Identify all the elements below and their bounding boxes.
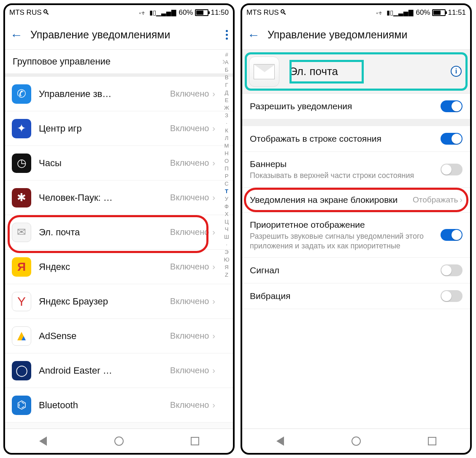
index-letter[interactable]: Ж [224, 105, 229, 111]
toggle-vibration[interactable] [441, 290, 462, 302]
group-label: Групповое управление [13, 56, 111, 67]
app-label: Эл. почта [39, 227, 170, 238]
app-row-clock[interactable]: ◷ЧасыВключено› [5, 146, 233, 181]
back-button[interactable]: ← [247, 28, 260, 42]
row-statusbar[interactable]: Отображать в строке состояния [242, 119, 470, 152]
battery-icon [195, 9, 208, 16]
app-row-ya[interactable]: ЯЯндексВключено› [5, 250, 233, 284]
index-letter[interactable]: Л [225, 135, 229, 141]
index-letter[interactable]: Б [225, 67, 229, 73]
index-letter[interactable]: Д [225, 89, 229, 96]
index-letter[interactable]: П [224, 165, 228, 172]
app-label: Яндекс Браузер [39, 296, 170, 307]
chevron-right-icon: › [212, 366, 215, 375]
index-letter[interactable]: Э [224, 249, 228, 255]
row-signal[interactable]: Сигнал [242, 258, 470, 283]
app-status: Включено [170, 366, 209, 375]
nav-recents-button[interactable] [426, 435, 438, 447]
search-icon: 🔍︎ [280, 8, 287, 17]
index-letter[interactable]: К [225, 127, 228, 134]
index-letter[interactable]: Н [224, 150, 228, 156]
overflow-menu-button[interactable] [226, 30, 228, 40]
index-letter[interactable]: Е [225, 97, 229, 103]
app-row-ad[interactable]: AdSenseВключено› [5, 319, 233, 353]
app-row-ae[interactable]: ◯Android Easter …Включено› [5, 353, 233, 388]
nav-recents-button[interactable] [189, 435, 201, 447]
chevron-right-icon: › [212, 193, 215, 202]
signal-icon: ▮▯▁▃▅▇ [149, 9, 176, 16]
row-allow-notifications[interactable]: Разрешить уведомления [242, 94, 470, 119]
index-letter[interactable]: Х [225, 211, 229, 217]
app-label: AdSense [39, 331, 170, 342]
row-label: Сигнал [250, 265, 435, 276]
scroll-area[interactable]: Эл. почта i Разрешить уведомления Отобра… [242, 50, 470, 428]
index-letter[interactable]: О [224, 158, 229, 164]
nav-home-button[interactable] [113, 435, 125, 447]
index-letter[interactable]: Ц [224, 218, 229, 225]
toggle-priority[interactable] [441, 229, 462, 241]
toggle-statusbar[interactable] [441, 133, 462, 145]
info-icon[interactable]: i [451, 66, 462, 77]
index-letter[interactable]: Ч [225, 226, 229, 232]
app-row-puzzle[interactable]: ✦Центр игрВключено› [5, 111, 233, 146]
group-management-row[interactable]: Групповое управление › [5, 50, 233, 77]
app-row-spider[interactable]: ✱Человек-Паук: …Включено› [5, 181, 233, 215]
row-banners[interactable]: Баннеры Показывать в верхней части строк… [242, 152, 470, 188]
row-label: Уведомления на экране блокировки [250, 194, 408, 205]
scroll-area[interactable]: Групповое управление › ✆Управление зв…Вк… [5, 50, 233, 428]
app-name: Эл. почта [289, 65, 338, 78]
battery-pct: 60% [416, 8, 430, 17]
chevron-right-icon: › [212, 89, 215, 99]
row-sublabel: Разрешить звуковые сигналы уведомлений э… [250, 232, 435, 251]
index-letter[interactable]: Я [224, 264, 228, 270]
index-letter[interactable]: Т [225, 188, 228, 194]
nav-home-button[interactable] [350, 435, 362, 447]
index-letter[interactable]: У [225, 196, 228, 202]
app-list: ✆Управление зв…Включено›✦Центр игрВключе… [5, 77, 233, 423]
index-letter[interactable]: А [225, 59, 229, 65]
row-lockscreen[interactable]: Уведомления на экране блокировки Отображ… [242, 188, 470, 213]
app-label: Bluetooth [39, 400, 170, 411]
app-label: Человек-Паук: … [39, 192, 170, 203]
index-letter[interactable]: Ф [224, 203, 229, 210]
index-letter[interactable]: Г [225, 82, 228, 88]
wifi-icon: ◦ᯤ [376, 9, 384, 16]
app-row-mail[interactable]: ✉︎Эл. почтаВключено› [5, 215, 233, 250]
nav-back-button[interactable] [37, 435, 49, 447]
battery-icon [432, 9, 446, 16]
back-button[interactable]: ← [10, 28, 23, 42]
row-vibration[interactable]: Вибрация [242, 283, 470, 309]
app-row-yb[interactable]: YЯндекс БраузерВключено› [5, 284, 233, 319]
row-label: Отображать в строке состояния [250, 133, 435, 144]
index-letter[interactable]: · [226, 120, 227, 126]
toggle-banners[interactable] [441, 164, 462, 175]
index-letter[interactable]: # [225, 51, 228, 58]
index-letter[interactable]: З [225, 112, 228, 119]
index-letter[interactable]: Z [225, 272, 228, 278]
toggle-signal[interactable] [441, 264, 462, 276]
app-label: Часы [39, 158, 170, 169]
app-row-phone[interactable]: ✆Управление зв…Включено› [5, 77, 233, 111]
app-status: Включено [170, 296, 209, 306]
chevron-right-icon: › [212, 296, 215, 306]
toggle-allow[interactable] [441, 100, 462, 112]
index-letter[interactable]: Ю [224, 256, 229, 263]
app-info-header: Эл. почта i [242, 50, 470, 94]
app-status: Включено [170, 124, 209, 133]
signal-icon: ▮▯▁▃▅▇ [387, 9, 414, 16]
nav-bar [5, 428, 233, 453]
index-letter[interactable]: В [225, 74, 229, 81]
index-letter[interactable]: С [224, 181, 228, 187]
chevron-right-icon: › [212, 158, 215, 168]
clock: 11:51 [448, 8, 466, 17]
row-priority[interactable]: Приоритетное отображение Разрешить звуко… [242, 213, 470, 258]
index-letter[interactable]: Ш [224, 234, 229, 240]
chevron-right-icon: › [212, 262, 215, 272]
index-letter[interactable]: · [226, 241, 227, 248]
index-letter[interactable]: Р [225, 173, 229, 179]
index-letter[interactable]: М [224, 143, 229, 149]
nav-back-button[interactable] [274, 435, 287, 447]
app-row-bt[interactable]: ⌬BluetoothВключено› [5, 388, 233, 423]
alpha-index-rail[interactable]: #АБВГДЕЖЗ·КЛМНОПРСТУФХЦЧШ·ЭЮЯZ [222, 50, 231, 278]
page-title: Управление уведомлениями [268, 29, 465, 41]
